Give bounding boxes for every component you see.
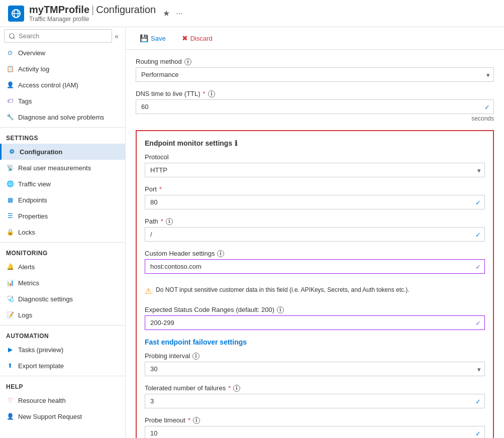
routing-method-info-icon[interactable]: ℹ xyxy=(184,58,191,65)
sidebar-item-traffic-view[interactable]: 🌐 Traffic view xyxy=(0,176,125,192)
app-icon xyxy=(8,6,24,22)
routing-method-group: Routing method ℹ Performance Weighted Pr… xyxy=(136,58,494,82)
expected-status-group: Expected Status Code Ranges (default: 20… xyxy=(145,306,485,330)
sidebar-item-properties[interactable]: ☰ Properties xyxy=(0,208,125,224)
settings-section-header: Settings xyxy=(0,130,125,144)
sidebar-item-alerts[interactable]: 🔔 Alerts xyxy=(0,259,125,275)
sidebar-item-overview[interactable]: ⊙ Overview xyxy=(0,45,125,61)
save-icon: 💾 xyxy=(140,34,148,42)
metrics-icon: 📊 xyxy=(6,279,14,287)
expected-status-info-icon[interactable]: ℹ xyxy=(277,306,284,313)
sidebar-item-logs-label: Logs xyxy=(18,311,32,319)
custom-header-input-wrapper: ✓ xyxy=(145,259,485,274)
sidebar-item-resource-health[interactable]: ♡ Resource health xyxy=(0,392,125,408)
warning-banner: ⚠ Do NOT input sensitive customer data i… xyxy=(145,282,485,300)
save-label: Save xyxy=(151,35,166,42)
sidebar-item-configuration-label: Configuration xyxy=(20,148,62,156)
profile-name: myTMProfile xyxy=(29,4,89,16)
sidebar-item-endpoints[interactable]: ▦ Endpoints xyxy=(0,192,125,208)
probe-timeout-info-icon[interactable]: ℹ xyxy=(193,417,200,424)
sidebar-item-logs[interactable]: 📝 Logs xyxy=(0,307,125,323)
toolbar: 💾 Save ✖ Discard xyxy=(126,27,504,50)
path-input[interactable] xyxy=(145,227,485,242)
sidebar-item-traffic-view-label: Traffic view xyxy=(18,180,51,188)
port-input[interactable] xyxy=(145,195,485,209)
locks-icon: 🔒 xyxy=(6,228,14,236)
protocol-select[interactable]: HTTP HTTPS TCP xyxy=(145,163,485,177)
sidebar-item-metrics[interactable]: 📊 Metrics xyxy=(0,275,125,291)
sidebar-item-tags[interactable]: 🏷 Tags xyxy=(0,93,125,109)
dns-ttl-required: * xyxy=(203,90,206,97)
probing-interval-info-icon[interactable]: ℹ xyxy=(192,353,199,360)
custom-header-input[interactable] xyxy=(145,259,485,274)
sidebar-item-locks[interactable]: 🔒 Locks xyxy=(0,224,125,240)
probe-timeout-label: Probe timeout * ℹ xyxy=(145,416,485,424)
protocol-select-wrapper: HTTP HTTPS TCP ▾ xyxy=(145,163,485,177)
probe-timeout-input[interactable] xyxy=(145,426,485,438)
save-button[interactable]: 💾 Save xyxy=(136,32,170,44)
endpoint-monitor-info-icon[interactable]: ℹ xyxy=(235,139,237,147)
diagnostic-icon: 🩺 xyxy=(6,295,14,303)
port-required: * xyxy=(159,185,162,193)
sidebar-item-activity-log[interactable]: 📋 Activity log xyxy=(0,61,125,77)
sidebar-item-access-control[interactable]: 👤 Access control (IAM) xyxy=(0,77,125,93)
tags-icon: 🏷 xyxy=(6,97,14,105)
sidebar-item-export-label: Export template xyxy=(18,362,64,370)
sidebar-item-metrics-label: Metrics xyxy=(18,279,39,287)
tolerated-failures-required: * xyxy=(228,384,231,392)
discard-button[interactable]: ✖ Discard xyxy=(178,32,217,44)
tolerated-failures-input[interactable] xyxy=(145,394,485,408)
protocol-label: Protocol xyxy=(145,153,485,161)
sidebar-item-real-user[interactable]: 📡 Real user measurements xyxy=(0,160,125,176)
dns-ttl-input-wrapper: ✓ xyxy=(136,99,494,114)
warning-text: Do NOT input sensitive customer data in … xyxy=(156,286,410,294)
sidebar-item-properties-label: Properties xyxy=(18,212,48,220)
probe-timeout-input-wrapper: ✓ xyxy=(145,426,485,438)
search-row: « xyxy=(0,27,125,45)
sidebar-item-tags-label: Tags xyxy=(18,97,32,105)
probe-timeout-group: Probe timeout * ℹ ✓ seconds xyxy=(145,416,485,438)
path-info-icon[interactable]: ℹ xyxy=(166,218,173,225)
expected-status-input[interactable] xyxy=(145,315,485,330)
sidebar-item-endpoints-label: Endpoints xyxy=(18,196,47,204)
iam-icon: 👤 xyxy=(6,81,14,89)
collapse-button[interactable]: « xyxy=(112,30,121,43)
fast-failover-title: Fast endpoint failover settings xyxy=(145,338,485,346)
search-input[interactable] xyxy=(4,29,112,43)
diagnose-icon: 🔧 xyxy=(6,113,14,121)
divider-help xyxy=(0,376,125,376)
sidebar-item-resource-health-label: Resource health xyxy=(18,397,66,404)
sidebar-item-configuration[interactable]: ⚙ Configuration xyxy=(0,144,125,160)
protocol-group: Protocol HTTP HTTPS TCP ▾ xyxy=(145,153,485,177)
custom-header-info-icon[interactable]: ℹ xyxy=(217,250,224,257)
sidebar-item-diagnose[interactable]: 🔧 Diagnose and solve problems xyxy=(0,109,125,125)
sidebar-item-support-label: New Support Request xyxy=(18,413,82,420)
tolerated-failures-info-icon[interactable]: ℹ xyxy=(233,385,240,392)
probing-interval-select[interactable]: 30 10 xyxy=(145,362,485,376)
traffic-view-icon: 🌐 xyxy=(6,180,14,188)
sidebar-item-tasks[interactable]: ▶ Tasks (preview) xyxy=(0,342,125,358)
endpoint-monitor-title: Endpoint monitor settings ℹ xyxy=(145,139,485,147)
sidebar-item-alerts-label: Alerts xyxy=(18,263,35,271)
probe-timeout-required: * xyxy=(188,416,190,424)
sidebar-item-diagnostic-label: Diagnostic settings xyxy=(18,295,73,303)
sidebar-item-diagnostic[interactable]: 🩺 Diagnostic settings xyxy=(0,291,125,307)
expected-status-label: Expected Status Code Ranges (default: 20… xyxy=(145,306,485,313)
probing-interval-label: Probing interval ℹ xyxy=(145,352,485,360)
more-actions-button[interactable]: ··· xyxy=(175,8,183,19)
sidebar-item-support[interactable]: 👤 New Support Request xyxy=(0,408,125,424)
real-user-icon: 📡 xyxy=(6,164,14,172)
path-required: * xyxy=(161,217,163,225)
resource-health-icon: ♡ xyxy=(6,396,14,404)
dns-ttl-input[interactable] xyxy=(136,99,494,114)
sidebar-item-export[interactable]: ⬆ Export template xyxy=(0,358,125,374)
sidebar-item-tasks-label: Tasks (preview) xyxy=(18,346,63,354)
export-icon: ⬆ xyxy=(6,362,14,370)
dns-ttl-info-icon[interactable]: ℹ xyxy=(208,90,215,97)
routing-method-select[interactable]: Performance Weighted Priority Geographic… xyxy=(136,67,494,82)
favorite-button[interactable]: ★ xyxy=(162,8,171,19)
automation-section-header: Automation xyxy=(0,327,125,342)
support-icon: 👤 xyxy=(6,412,14,420)
routing-method-label: Routing method ℹ xyxy=(136,58,494,65)
monitoring-section-header: Monitoring xyxy=(0,245,125,259)
